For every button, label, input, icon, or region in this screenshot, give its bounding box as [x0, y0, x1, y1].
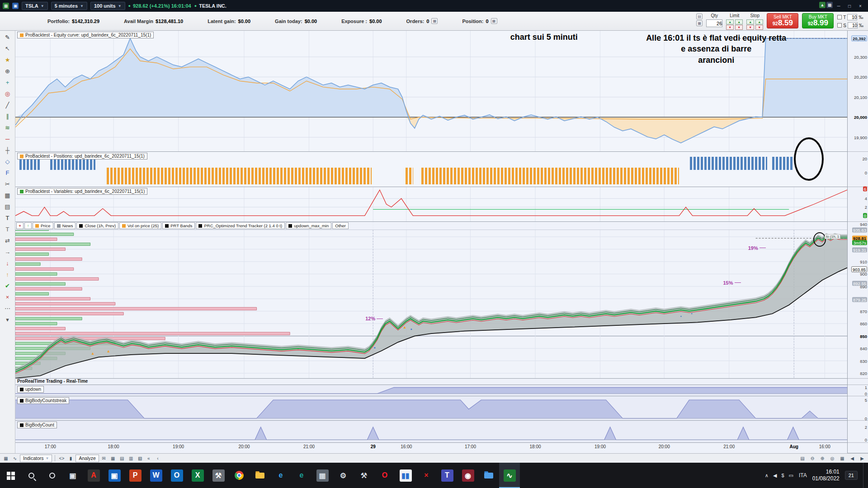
- t-checkbox[interactable]: [837, 15, 842, 19]
- add-indicator-button[interactable]: +: [16, 222, 24, 229]
- cut-tool[interactable]: ✂: [1, 178, 14, 189]
- grid-tool[interactable]: ┼: [1, 145, 14, 155]
- tools-icon[interactable]: ⚒: [208, 463, 229, 488]
- zoom-icon[interactable]: ⊖: [809, 455, 816, 462]
- zoom-tool[interactable]: ⊕: [1, 66, 14, 76]
- timeframe-selector[interactable]: 5 minutes ▼: [51, 2, 87, 10]
- acrobat-icon[interactable]: A: [83, 463, 104, 488]
- trendline-tool[interactable]: ╱: [1, 99, 14, 110]
- cortana-button[interactable]: [42, 463, 62, 488]
- scroll-button[interactable]: «: [145, 455, 152, 462]
- equity-panel-tab[interactable]: ProBacktest - Equity curve: upd_barindex…: [17, 32, 154, 38]
- t-value-input[interactable]: [847, 14, 857, 20]
- streak-panel-tab[interactable]: BigBodyCountstreak: [17, 397, 69, 404]
- analyze-button[interactable]: Analyze: [75, 455, 99, 462]
- confirm-tool[interactable]: ✔: [1, 280, 14, 291]
- outlook-icon[interactable]: O: [166, 463, 187, 488]
- limit-sell-up-button[interactable]: ▲: [735, 19, 743, 24]
- fibonacci-tool[interactable]: ≋: [1, 122, 14, 133]
- stop-sell-down-button[interactable]: ▼: [755, 25, 763, 30]
- prorealtime-icon[interactable]: ∿: [499, 463, 520, 488]
- anydesk-icon[interactable]: ◉: [458, 463, 478, 488]
- indicator-tab[interactable]: Close (1h, Prev): [76, 222, 118, 229]
- notes-tool[interactable]: ▤: [1, 201, 14, 212]
- buy-arrow-tool[interactable]: ↑: [1, 269, 14, 280]
- tray-expand-icon[interactable]: ∧: [765, 473, 769, 479]
- excel-icon[interactable]: X: [187, 463, 208, 488]
- price-scale[interactable]: 9409309209109008908808708608508408308209…: [848, 222, 868, 379]
- indicator-tab[interactable]: Other: [332, 222, 349, 229]
- opera-icon[interactable]: O: [374, 463, 395, 488]
- favorites-tool[interactable]: ★: [1, 54, 14, 65]
- chart-tool-icon[interactable]: ▦: [312, 463, 333, 488]
- indicator-tab[interactable]: News: [54, 222, 76, 229]
- text-small-tool[interactable]: T: [1, 224, 14, 235]
- toolbar-icon[interactable]: ▤: [118, 455, 126, 462]
- toolbar-icon[interactable]: ▧: [137, 455, 144, 462]
- more-tools[interactable]: ⋯: [1, 303, 14, 314]
- scroll-button[interactable]: ‹: [154, 455, 161, 462]
- fib-retracement-tool[interactable]: F: [1, 167, 14, 178]
- buy-mkt-button[interactable]: Buy MKT 928.99: [802, 13, 834, 28]
- position-edit-icon[interactable]: ▦: [491, 18, 497, 24]
- pattern-tool[interactable]: ▦: [1, 190, 14, 201]
- chrome-icon[interactable]: [229, 463, 250, 488]
- folder-icon[interactable]: [250, 463, 270, 488]
- taskbar-clock[interactable]: 16:01 01/08/2022: [812, 469, 840, 482]
- zoom-icon[interactable]: ◀: [849, 455, 856, 462]
- s-checkbox[interactable]: [837, 23, 842, 28]
- expand-tools[interactable]: ▾: [1, 314, 14, 325]
- leaf-icon[interactable]: ▲: [819, 2, 826, 8]
- limit-buy-up-button[interactable]: ▲: [726, 19, 734, 24]
- zoom-icon[interactable]: ◎: [829, 455, 836, 462]
- arrow-tool[interactable]: →: [1, 246, 14, 257]
- edge-icon[interactable]: e: [291, 463, 312, 488]
- zoom-icon[interactable]: ▦: [839, 455, 846, 462]
- analyze-icon[interactable]: <>: [58, 455, 65, 462]
- parallel-lines-tool[interactable]: ∥: [1, 111, 14, 122]
- analyze-icon[interactable]: ▮: [67, 455, 74, 462]
- app-blue-icon[interactable]: ▣: [104, 463, 125, 488]
- target-tool[interactable]: ◎: [1, 88, 14, 99]
- promote-indicator-button[interactable]: ↑: [24, 222, 32, 229]
- s-value-input[interactable]: [848, 22, 858, 28]
- toolbar-icon[interactable]: ▦: [109, 455, 117, 462]
- swap-tool[interactable]: ⇄: [1, 235, 14, 246]
- variables-panel-tab[interactable]: ProBacktest - Variables: upd_barindex_6c…: [17, 188, 147, 195]
- indicator-tab[interactable]: Vol on price (25): [119, 222, 161, 229]
- task-view-button[interactable]: ▣: [62, 463, 83, 488]
- notification-badge[interactable]: 21: [845, 471, 858, 480]
- word-icon[interactable]: W: [146, 463, 166, 488]
- orders-edit-icon[interactable]: ▦: [431, 18, 438, 24]
- time-axis[interactable]: 17:0018:0019:0020:0021:002916:0017:0018:…: [15, 443, 847, 453]
- text-tool[interactable]: T: [1, 212, 14, 223]
- volume-icon[interactable]: ◀: [773, 473, 777, 479]
- x-app-icon[interactable]: ×: [416, 463, 437, 488]
- indicator-tab[interactable]: PRT Bands: [162, 222, 195, 229]
- start-button[interactable]: [0, 463, 21, 488]
- minimize-button[interactable]: ─: [834, 2, 844, 10]
- layout-icon[interactable]: ▦: [826, 2, 833, 8]
- keypad-icon[interactable]: ▦: [696, 20, 703, 26]
- ie-icon[interactable]: e: [270, 463, 291, 488]
- indicator-tab[interactable]: updown_max_min: [286, 222, 331, 229]
- powerpoint-icon[interactable]: P: [125, 463, 146, 488]
- crosshair-tool[interactable]: +: [1, 77, 14, 88]
- stop-buy-down-button[interactable]: ▼: [746, 25, 754, 30]
- zoom-icon[interactable]: ⊕: [819, 455, 826, 462]
- stop-sell-up-button[interactable]: ▲: [755, 19, 763, 24]
- shape-tool[interactable]: ◇: [1, 156, 14, 167]
- symbol-selector[interactable]: TSLA ▼: [22, 2, 48, 10]
- close-button[interactable]: ×: [855, 2, 865, 10]
- indicators-button[interactable]: Indicators ▼: [20, 455, 52, 462]
- toolbar-icon[interactable]: ▥: [127, 455, 135, 462]
- order-ticket-icon[interactable]: ▤: [696, 14, 703, 19]
- maximize-button[interactable]: □: [844, 2, 854, 10]
- hline-tool[interactable]: ─: [1, 133, 14, 144]
- cursor-tool[interactable]: ↖: [1, 43, 14, 54]
- delete-tool[interactable]: ×: [1, 291, 14, 302]
- limit-sell-down-button[interactable]: ▼: [735, 25, 743, 30]
- sell-mkt-button[interactable]: Sell MKT 928.59: [767, 13, 798, 28]
- qty-input[interactable]: [706, 19, 722, 27]
- draw-tool[interactable]: ✎: [1, 32, 14, 42]
